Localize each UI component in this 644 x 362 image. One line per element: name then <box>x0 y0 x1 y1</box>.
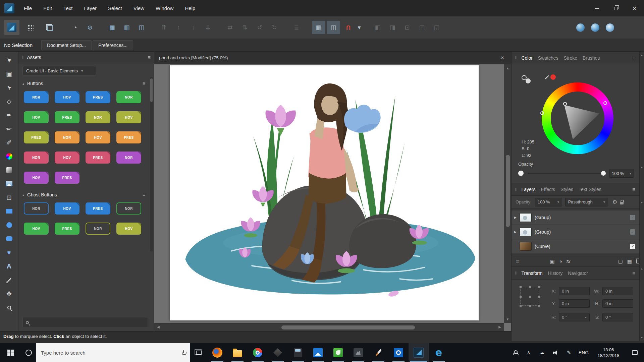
horizontal-scrollbar[interactable]: ◀ ▶ <box>154 323 504 331</box>
layer-row[interactable]: ▶(Group)✓ <box>512 225 644 239</box>
scroll-down-icon[interactable]: ▼ <box>640 201 644 204</box>
scroll-up-icon[interactable]: ▲ <box>640 267 644 270</box>
blue-sphere-button-1[interactable] <box>574 21 587 34</box>
transform-field-y[interactable]: 0 in <box>559 299 590 308</box>
ellipse-tool[interactable] <box>2 219 16 231</box>
expand-arrow-icon[interactable]: ▶ <box>514 230 520 234</box>
fx-icon[interactable]: fx <box>567 259 571 263</box>
heart-shape-tool[interactable]: ♥ <box>2 246 16 259</box>
taskbar-search-input[interactable] <box>41 350 179 356</box>
tab-brushes[interactable]: Brushes <box>583 55 600 61</box>
triangle-selector[interactable] <box>563 102 567 106</box>
artboard-tool[interactable]: ▣ <box>2 67 16 80</box>
asset-button-pres[interactable]: PRES <box>55 172 79 184</box>
snapping-dropdown-button[interactable]: ▾ <box>356 21 362 34</box>
dark-app-taskbar-button[interactable] <box>348 343 368 362</box>
scroll-left-icon[interactable]: ◀ <box>157 325 160 329</box>
move-tool[interactable]: ➤ <box>2 54 16 66</box>
layer-visibility-checkbox[interactable]: ✓ <box>630 215 635 220</box>
asset-button-hov[interactable]: HOV <box>55 152 79 164</box>
asset-button-pres[interactable]: PRES <box>86 202 110 215</box>
asset-button-hov[interactable]: HOV <box>116 223 141 235</box>
view-tool[interactable]: ✥ <box>2 287 16 300</box>
layer-visibility-checkbox[interactable]: ✓ <box>630 244 635 249</box>
asset-button-hov[interactable]: HOV <box>24 111 49 123</box>
asset-button-hov[interactable]: HOV <box>24 223 49 235</box>
task-view-button[interactable] <box>190 343 207 362</box>
green-app-taskbar-button[interactable] <box>328 343 348 362</box>
colour-wheel[interactable] <box>542 82 613 154</box>
photos-2-taskbar-button[interactable] <box>388 343 409 362</box>
assets-scrollbar[interactable] <box>150 77 153 251</box>
dial-button[interactable]: ◔ <box>68 21 82 34</box>
menu-layer[interactable]: Layer <box>78 0 103 16</box>
affinity-designer-taskbar-button[interactable] <box>409 343 429 362</box>
vertical-scrollbar[interactable]: ▲ ▼ <box>504 64 511 323</box>
color-panel-menu-icon[interactable]: ≡ <box>632 55 635 61</box>
section-collapse-icon[interactable]: ▴ <box>22 193 24 197</box>
expand-arrow-icon[interactable]: ▶ <box>514 216 520 219</box>
minimize-button[interactable] <box>588 0 606 16</box>
file-explorer-taskbar-button[interactable] <box>227 343 248 362</box>
transform-field-h[interactable]: 0 in <box>602 299 633 308</box>
asset-button-pres[interactable]: PRES <box>86 91 110 103</box>
tab-layers[interactable]: Layers <box>521 187 535 192</box>
guides-manager-button[interactable]: ◫ <box>135 21 148 34</box>
tab-text-styles[interactable]: Text Styles <box>579 187 601 192</box>
edge-taskbar-button[interactable]: e <box>429 343 449 362</box>
layers-panel-menu-icon[interactable]: ≡ <box>632 186 635 192</box>
language-indicator[interactable]: ENG <box>576 343 592 362</box>
panel-scrollbar[interactable]: ▲ ▲ ▼ ▲ ▼ <box>639 52 644 341</box>
pixel-persona-button[interactable] <box>23 20 38 35</box>
export-persona-button[interactable] <box>42 20 57 35</box>
panel-grip-icon[interactable]: ‖ <box>515 55 517 60</box>
transform-field-w[interactable]: 0 in <box>602 287 633 295</box>
layer-visibility-checkbox[interactable]: ✓ <box>630 229 635 235</box>
no-entry-button[interactable]: ⊘ <box>83 21 97 34</box>
swap-colours-icon[interactable] <box>522 72 535 85</box>
wheel-edge-selector[interactable] <box>540 111 544 115</box>
layers-stack-icon[interactable]: ≣ <box>516 259 520 264</box>
show-grid-button[interactable]: ▦ <box>105 21 119 34</box>
blend-mode-dropdown[interactable]: Passthrough ▾ <box>565 198 608 206</box>
asset-button-nor[interactable]: NOR <box>116 202 141 215</box>
scroll-up-icon[interactable]: ▲ <box>640 166 644 169</box>
tab-color[interactable]: Color <box>521 55 532 61</box>
menu-file[interactable]: File <box>18 0 38 16</box>
document-setup-button[interactable]: Document Setup... <box>41 40 92 50</box>
transparency-tool[interactable] <box>2 164 16 176</box>
close-button[interactable]: × <box>625 0 644 16</box>
opacity-slider[interactable] <box>528 173 605 174</box>
asset-button-hov[interactable]: HOV <box>86 131 110 143</box>
transform-field-x[interactable]: 0 in <box>559 287 590 295</box>
asset-button-pres[interactable]: PRES <box>86 152 110 164</box>
new-layer-icon[interactable]: ▢ <box>618 259 623 264</box>
rectangle-tool[interactable] <box>2 205 16 218</box>
chrome-taskbar-button[interactable] <box>248 343 268 362</box>
adjustment-icon[interactable]: ◑ <box>559 259 562 264</box>
tab-effects[interactable]: Effects <box>541 187 555 192</box>
fill-tool[interactable] <box>2 150 16 163</box>
opacity-value-dropdown[interactable]: 100 % ▾ <box>609 169 634 178</box>
paint-app-taskbar-button[interactable] <box>368 343 388 362</box>
scroll-down-icon[interactable]: ▼ <box>504 317 511 321</box>
people-icon[interactable] <box>508 343 522 362</box>
microphone-icon[interactable] <box>182 350 185 355</box>
place-image-tool[interactable] <box>2 177 16 190</box>
scroll-right-icon[interactable]: ▶ <box>498 325 501 329</box>
tab-transform[interactable]: Transform <box>521 270 542 276</box>
hue-selector[interactable] <box>603 101 607 105</box>
layer-row[interactable]: (Curve)✓ <box>512 239 644 254</box>
gear-icon[interactable]: ⚙ <box>612 199 617 205</box>
clock[interactable]: 13:06 18/12/2018 <box>592 343 625 362</box>
asset-button-nor[interactable]: NOR <box>116 152 141 164</box>
scroll-up-icon[interactable]: ▲ <box>504 66 511 70</box>
transform-panel-menu-icon[interactable]: ≡ <box>632 270 635 276</box>
assets-search-input[interactable] <box>32 320 145 325</box>
blue-sphere-button-3[interactable] <box>603 21 616 34</box>
asset-button-nor[interactable]: NOR <box>24 202 49 215</box>
asset-button-nor[interactable]: NOR <box>24 152 49 164</box>
panel-grip-icon[interactable]: ‖ <box>515 270 517 276</box>
calculator-taskbar-button[interactable] <box>288 343 308 362</box>
action-center-button[interactable] <box>625 343 644 362</box>
